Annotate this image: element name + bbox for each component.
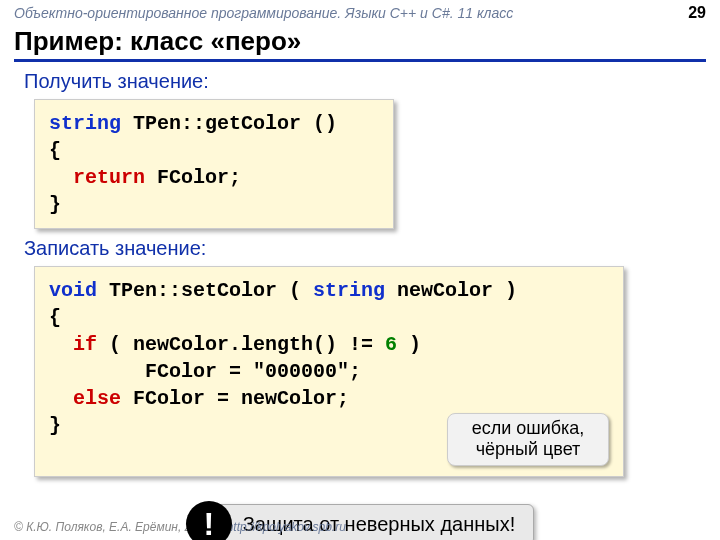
- kw-return: return: [73, 166, 145, 189]
- code-setter: void TPen::setColor ( string newColor ) …: [34, 266, 624, 477]
- note-line2: чёрный цвет: [476, 439, 581, 459]
- brace-open: {: [49, 139, 61, 162]
- note-line1: если ошибка,: [472, 418, 585, 438]
- kw-else: else: [73, 387, 121, 410]
- kw-string: string: [49, 112, 121, 135]
- brace-close-2: }: [49, 414, 61, 437]
- getter-ret: FColor;: [145, 166, 241, 189]
- code-getter: string TPen::getColor () { return FColor…: [34, 99, 394, 229]
- brace-open-2: {: [49, 306, 61, 329]
- setter-sig-c: newColor ): [385, 279, 517, 302]
- assign-new: FColor = newColor;: [121, 387, 349, 410]
- slide-title: Пример: класс «перо»: [14, 26, 706, 62]
- course-title: Объектно-ориентированное программировани…: [14, 5, 513, 21]
- error-note: если ошибка, чёрный цвет: [447, 413, 609, 466]
- kw-void: void: [49, 279, 97, 302]
- section-set-label: Записать значение:: [24, 237, 720, 260]
- getter-sig: TPen::getColor (): [121, 112, 337, 135]
- brace-close: }: [49, 193, 61, 216]
- section-get-label: Получить значение:: [24, 70, 720, 93]
- page-number: 29: [688, 4, 706, 22]
- footer: © К.Ю. Поляков, Е.А. Ерёмин, 2014 http:/…: [14, 520, 346, 534]
- kw-if: if: [73, 333, 97, 356]
- assign-black: FColor = "000000";: [49, 360, 361, 383]
- kw-string-2: string: [313, 279, 385, 302]
- if-cond-b: ): [397, 333, 421, 356]
- footer-authors: © К.Ю. Поляков, Е.А. Ерёмин, 2014: [14, 520, 211, 534]
- literal-6: 6: [385, 333, 397, 356]
- setter-sig-a: TPen::setColor (: [97, 279, 313, 302]
- exclamation-icon: !: [186, 501, 232, 540]
- footer-url: http://kpolyakov.spb.ru: [227, 520, 346, 534]
- if-cond-a: ( newColor.length() !=: [97, 333, 385, 356]
